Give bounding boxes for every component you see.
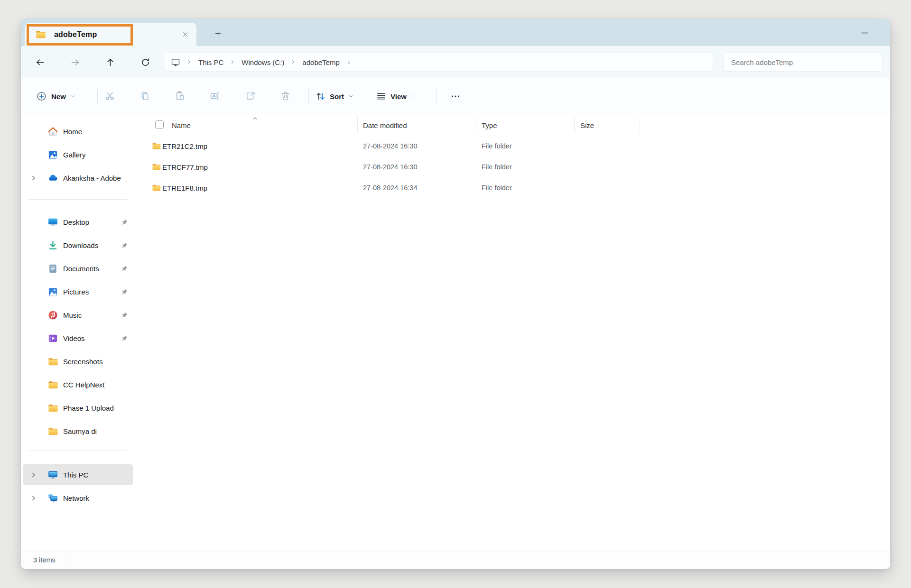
- file-name[interactable]: ETR21C2.tmp: [162, 142, 207, 150]
- back-icon: [35, 57, 45, 67]
- forward-button[interactable]: [64, 52, 86, 73]
- paste-button[interactable]: [169, 86, 190, 107]
- tab-adobetemp[interactable]: adobeTemp: [25, 23, 196, 46]
- chevron-right-icon[interactable]: [230, 59, 235, 65]
- search-box[interactable]: Search adobeTemp: [723, 53, 883, 72]
- videos-icon: [47, 333, 58, 344]
- share-button[interactable]: [240, 86, 260, 107]
- pin-icon: [121, 312, 128, 319]
- caret-up-icon: [251, 115, 259, 122]
- file-row-etr21c2-tmp[interactable]: ETR21C2.tmp 27-08-2024 16:30 File folder: [135, 136, 890, 156]
- copy-icon: [139, 91, 150, 101]
- status-bar: 3 items: [21, 551, 890, 569]
- sort-button[interactable]: Sort: [314, 87, 355, 105]
- cut-button[interactable]: [99, 86, 120, 107]
- column-divider[interactable]: [574, 117, 575, 133]
- pin-icon: [121, 288, 128, 295]
- minimize-button[interactable]: [855, 24, 874, 41]
- sidebar-section-quick: Home Gallery Akanksha - Adobe: [21, 121, 135, 188]
- address-bar[interactable]: This PC Windows (C:) adobeTemp: [165, 53, 713, 72]
- pictures-icon: [47, 286, 58, 297]
- folder-icon: [47, 403, 58, 413]
- tab-close-button[interactable]: [178, 28, 192, 41]
- breadcrumb: This PC Windows (C:) adobeTemp: [180, 58, 340, 66]
- sidebar-item-gallery[interactable]: Gallery: [23, 144, 133, 165]
- sidebar-item-documents[interactable]: Documents: [23, 258, 133, 279]
- breadcrumb-segment-adobetemp[interactable]: adobeTemp: [302, 58, 339, 66]
- share-icon: [245, 91, 256, 101]
- sidebar-item-music[interactable]: Music: [23, 304, 133, 325]
- chevron-down-icon: [70, 93, 76, 99]
- up-icon: [105, 57, 115, 67]
- column-divider[interactable]: [640, 117, 640, 133]
- breadcrumb-segment-windows-c[interactable]: Windows (C:): [242, 58, 284, 66]
- breadcrumb-segment-this-pc[interactable]: This PC: [198, 58, 223, 66]
- sort-button-label: Sort: [330, 92, 344, 100]
- select-all-checkbox[interactable]: [155, 120, 164, 129]
- back-button[interactable]: [28, 52, 51, 73]
- sidebar-item-this-pc[interactable]: This PC: [23, 464, 133, 485]
- pin-icon: [121, 335, 128, 342]
- forward-icon: [70, 57, 80, 67]
- column-divider[interactable]: [476, 117, 476, 133]
- column-header-size[interactable]: Size: [580, 121, 594, 129]
- column-header-row: Name Date modified Type Size: [135, 114, 890, 136]
- sidebar-item-phase-1-upload[interactable]: Phase 1 Upload: [23, 397, 133, 418]
- column-header-name[interactable]: Name: [172, 121, 191, 129]
- toolbar-separator: [97, 89, 98, 103]
- file-list-pane: Name Date modified Type Size ETR21C2.tmp…: [135, 114, 890, 550]
- sidebar-item-pictures[interactable]: Pictures: [23, 281, 133, 302]
- delete-button[interactable]: [275, 86, 296, 107]
- new-button[interactable]: New: [31, 87, 81, 105]
- file-date-modified: 27-08-2024 16:34: [363, 184, 418, 192]
- command-toolbar: New Sort View: [21, 78, 890, 114]
- file-name[interactable]: ETRE1F8.tmp: [162, 184, 207, 192]
- sidebar-item-network[interactable]: Network: [23, 487, 133, 508]
- file-type: File folder: [482, 142, 512, 150]
- chevron-right-icon[interactable]: [30, 495, 37, 502]
- content-area: Home Gallery Akanksha - Adobe: [21, 114, 890, 550]
- chevron-right-icon[interactable]: [30, 175, 37, 182]
- sidebar-item-videos[interactable]: Videos: [23, 328, 133, 349]
- sidebar-item-saumya-di[interactable]: Saumya di: [23, 421, 133, 441]
- pin-icon: [121, 219, 128, 226]
- more-options-button[interactable]: [445, 87, 466, 106]
- column-divider[interactable]: [357, 117, 358, 133]
- column-header-type[interactable]: Type: [482, 121, 497, 129]
- sidebar-divider: [28, 450, 127, 450]
- gallery-icon: [47, 149, 58, 160]
- cut-icon: [104, 91, 115, 101]
- view-button-label: View: [390, 92, 407, 100]
- view-button[interactable]: View: [375, 87, 418, 105]
- chevron-right-icon[interactable]: [290, 59, 296, 65]
- copy-button[interactable]: [134, 86, 155, 107]
- music-icon: [47, 310, 58, 321]
- monitor-icon: [171, 57, 180, 67]
- chevron-right-icon[interactable]: [186, 59, 192, 65]
- sidebar-item-screenshots[interactable]: Screenshots: [23, 351, 133, 372]
- folder-icon: [151, 141, 162, 151]
- file-date-modified: 27-08-2024 16:30: [363, 163, 418, 171]
- navigation-pane: Home Gallery Akanksha - Adobe: [21, 114, 135, 550]
- up-button[interactable]: [99, 52, 121, 73]
- nav-buttons: [28, 46, 157, 78]
- chevron-right-icon[interactable]: [30, 471, 37, 478]
- refresh-button[interactable]: [134, 52, 157, 73]
- new-tab-button[interactable]: [209, 25, 226, 41]
- close-icon: [182, 31, 189, 38]
- toolbar-actions: [99, 86, 296, 107]
- file-row-etre1f8-tmp[interactable]: ETRE1F8.tmp 27-08-2024 16:34 File folder: [135, 177, 890, 198]
- sidebar-item-akanksha-adobe[interactable]: Akanksha - Adobe: [23, 167, 133, 188]
- folder-icon: [34, 29, 47, 40]
- sidebar-item-cc-helpnext[interactable]: CC HelpNext: [23, 374, 133, 395]
- sidebar-item-downloads[interactable]: Downloads: [23, 235, 133, 256]
- column-header-date-modified[interactable]: Date modified: [363, 121, 407, 129]
- sidebar-item-home[interactable]: Home: [23, 121, 133, 142]
- chevron-right-icon[interactable]: [346, 59, 352, 65]
- sidebar-item-desktop[interactable]: Desktop: [23, 211, 133, 232]
- rename-button[interactable]: [205, 86, 225, 107]
- plus-icon: [214, 29, 222, 37]
- file-name[interactable]: ETRCF77.tmp: [162, 163, 208, 171]
- this-pc-icon: [47, 469, 58, 480]
- file-row-etrcf77-tmp[interactable]: ETRCF77.tmp 27-08-2024 16:30 File folder: [135, 156, 890, 177]
